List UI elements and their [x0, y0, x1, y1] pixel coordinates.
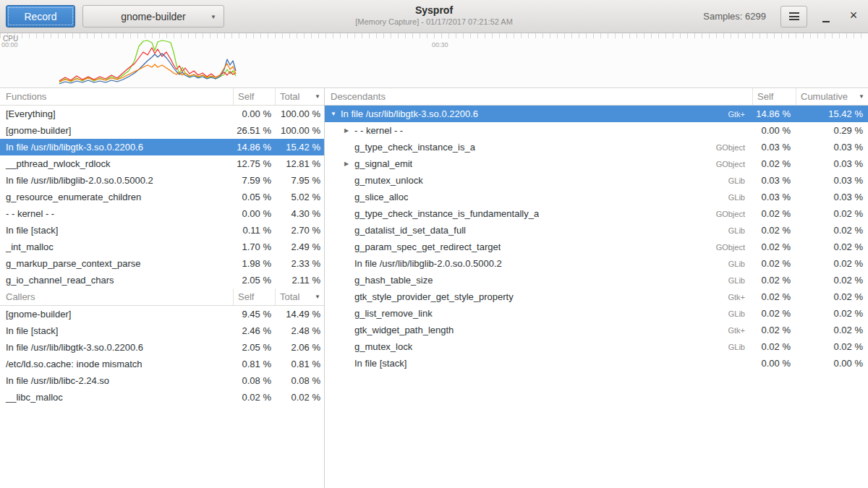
total-value: 2.11 % [275, 275, 324, 286]
column-total[interactable]: Total ▼ [275, 288, 324, 305]
sort-indicator-icon: ▼ [315, 93, 320, 100]
descendants-row[interactable]: g_list_remove_linkGLib0.02 %0.02 % [325, 305, 868, 322]
cpu-graph[interactable]: CPU 00:0000:30 [0, 33, 868, 88]
self-value: 0.11 % [233, 225, 275, 236]
total-value: 2.48 % [275, 325, 324, 336]
descendants-row[interactable]: In file /usr/lib/libglib-2.0.so.0.5000.2… [325, 255, 868, 272]
functions-row[interactable]: g_resource_enumerate_children0.05 %5.02 … [0, 189, 324, 205]
self-value: 0.00 % [233, 208, 275, 219]
descendants-row[interactable]: g_type_check_instance_is_aGObject0.03 %0… [325, 139, 868, 155]
column-callers[interactable]: Callers [0, 288, 233, 305]
descendant-name: In file /usr/lib/libglib-2.0.so.0.5000.2 [354, 258, 502, 269]
process-selector[interactable]: gnome-builder ▼ [82, 5, 224, 27]
functions-row[interactable]: _int_malloc1.70 %2.49 % [0, 239, 324, 255]
functions-row[interactable]: g_markup_parse_context_parse1.98 %2.33 % [0, 255, 324, 272]
total-value: 15.42 % [275, 142, 324, 153]
column-self[interactable]: Self [233, 88, 275, 105]
descendants-row[interactable]: gtk_widget_path_lengthGtk+0.02 %0.02 % [325, 322, 868, 338]
function-name: g_io_channel_read_chars [0, 275, 233, 286]
descendants-row[interactable]: g_mutex_unlockGLib0.03 %0.03 % [325, 172, 868, 189]
descendants-row[interactable]: g_type_check_instance_is_fundamentally_a… [325, 205, 868, 222]
functions-row[interactable]: In file /usr/lib/libglib-2.0.so.0.5000.2… [0, 172, 324, 189]
function-name: g_resource_enumerate_children [0, 192, 233, 202]
descendants-table: ▼In file /usr/lib/libgtk-3.so.0.2200.6Gt… [325, 106, 868, 372]
callers-row[interactable]: In file /usr/lib/libgtk-3.so.0.2200.62.0… [0, 339, 324, 356]
functions-row[interactable]: [gnome-builder]26.51 %100.00 % [0, 122, 324, 139]
close-button[interactable]: × [845, 6, 862, 27]
cumulative-value: 0.03 % [796, 142, 868, 153]
column-functions[interactable]: Functions [0, 88, 233, 105]
record-button[interactable]: Record [6, 5, 75, 27]
right-panel: Descendants Self Cumulative ▼ ▼In file /… [325, 88, 868, 488]
descendants-row[interactable]: In file [stack]0.00 %0.00 % [325, 355, 868, 372]
column-descendants[interactable]: Descendants [325, 88, 752, 105]
minimize-button[interactable] [817, 6, 835, 27]
total-value: 4.30 % [275, 208, 324, 219]
function-name: [gnome-builder] [0, 309, 233, 320]
descendants-row[interactable]: g_slice_allocGLib0.03 %0.03 % [325, 189, 868, 205]
functions-row[interactable]: In file /usr/lib/libgtk-3.so.0.2200.614.… [0, 139, 324, 155]
descendant-name-cell: g_mutex_unlockGLib [325, 175, 752, 186]
callers-row[interactable]: /etc/ld.so.cache: inode mismatch0.81 %0.… [0, 356, 324, 372]
descendant-name: g_mutex_unlock [354, 175, 423, 186]
column-self[interactable]: Self [233, 288, 275, 305]
sort-indicator-icon: ▼ [315, 294, 320, 300]
callers-row[interactable]: In file /usr/lib/libc-2.24.so0.08 %0.08 … [0, 372, 324, 389]
callers-row[interactable]: In file [stack]2.46 %2.48 % [0, 322, 324, 339]
library-label: Gtk+ [728, 326, 752, 335]
self-value: 2.46 % [233, 325, 275, 336]
descendant-name-cell: g_list_remove_linkGLib [325, 308, 752, 319]
column-total[interactable]: Total ▼ [275, 88, 324, 105]
self-value: 9.45 % [233, 309, 275, 320]
functions-row[interactable]: - - kernel - -0.00 %4.30 % [0, 205, 324, 222]
left-panel: Functions Self Total ▼ [Everything]0.00 … [0, 88, 325, 488]
cumulative-value: 0.02 % [796, 208, 868, 219]
function-name: g_markup_parse_context_parse [0, 258, 233, 269]
callers-row[interactable]: [gnome-builder]9.45 %14.49 % [0, 306, 324, 322]
descendants-row[interactable]: g_hash_table_sizeGLib0.02 %0.02 % [325, 272, 868, 288]
header-bar: Record gnome-builder ▼ Sysprof [Memory C… [0, 0, 868, 33]
function-name: _int_malloc [0, 241, 233, 252]
descendant-name: g_datalist_id_set_data_full [354, 225, 466, 236]
self-value: 0.02 % [752, 208, 796, 219]
functions-row[interactable]: __pthread_rwlock_rdlock12.75 %12.81 % [0, 155, 324, 172]
self-value: 0.81 % [233, 359, 275, 369]
cumulative-value: 0.00 % [796, 358, 868, 369]
descendant-name-cell: ▶g_signal_emitGObject [325, 158, 752, 169]
descendants-row[interactable]: gtk_style_provider_get_style_propertyGtk… [325, 288, 868, 305]
close-icon: × [850, 8, 858, 23]
column-cumulative[interactable]: Cumulative ▼ [796, 88, 868, 105]
functions-row[interactable]: [Everything]0.00 %100.00 % [0, 106, 324, 122]
descendant-name-cell: g_type_check_instance_is_aGObject [325, 142, 752, 153]
descendants-row[interactable]: ▶g_signal_emitGObject0.02 %0.03 % [325, 155, 868, 172]
callers-row[interactable]: __libc_malloc0.02 %0.02 % [0, 389, 324, 406]
self-value: 0.02 % [752, 291, 796, 302]
functions-table: [Everything]0.00 %100.00 %[gnome-builder… [0, 106, 324, 288]
total-value: 100.00 % [275, 108, 324, 119]
descendants-row[interactable]: g_mutex_lockGLib0.02 %0.02 % [325, 338, 868, 355]
menu-button[interactable] [780, 6, 807, 27]
function-name: __pthread_rwlock_rdlock [0, 158, 233, 169]
descendant-name-cell: g_datalist_id_set_data_fullGLib [325, 225, 752, 236]
expander-icon[interactable]: ▼ [331, 111, 341, 117]
expander-icon[interactable]: ▶ [344, 160, 354, 167]
library-label: Gtk+ [728, 293, 752, 301]
self-value: 0.00 % [752, 358, 796, 369]
descendants-row[interactable]: ▼In file /usr/lib/libgtk-3.so.0.2200.6Gt… [325, 106, 868, 122]
descendant-name: gtk_style_provider_get_style_property [354, 291, 514, 302]
descendants-row[interactable]: g_param_spec_get_redirect_targetGObject0… [325, 239, 868, 255]
library-label: GLib [728, 193, 752, 202]
functions-row[interactable]: g_io_channel_read_chars2.05 %2.11 % [0, 272, 324, 288]
column-self[interactable]: Self [752, 88, 796, 105]
descendant-name-cell: In file [stack] [325, 358, 752, 369]
total-value: 2.49 % [275, 241, 324, 252]
cumulative-value: 0.02 % [796, 225, 868, 236]
chevron-down-icon: ▼ [210, 14, 216, 20]
hamburger-icon [789, 12, 799, 20]
functions-row[interactable]: In file [stack]0.11 %2.70 % [0, 222, 324, 239]
descendants-row[interactable]: ▶- - kernel - -0.00 %0.29 % [325, 122, 868, 139]
cumulative-value: 0.03 % [796, 192, 868, 202]
self-value: 0.02 % [752, 258, 796, 269]
descendants-row[interactable]: g_datalist_id_set_data_fullGLib0.02 %0.0… [325, 222, 868, 239]
expander-icon[interactable]: ▶ [344, 127, 354, 134]
